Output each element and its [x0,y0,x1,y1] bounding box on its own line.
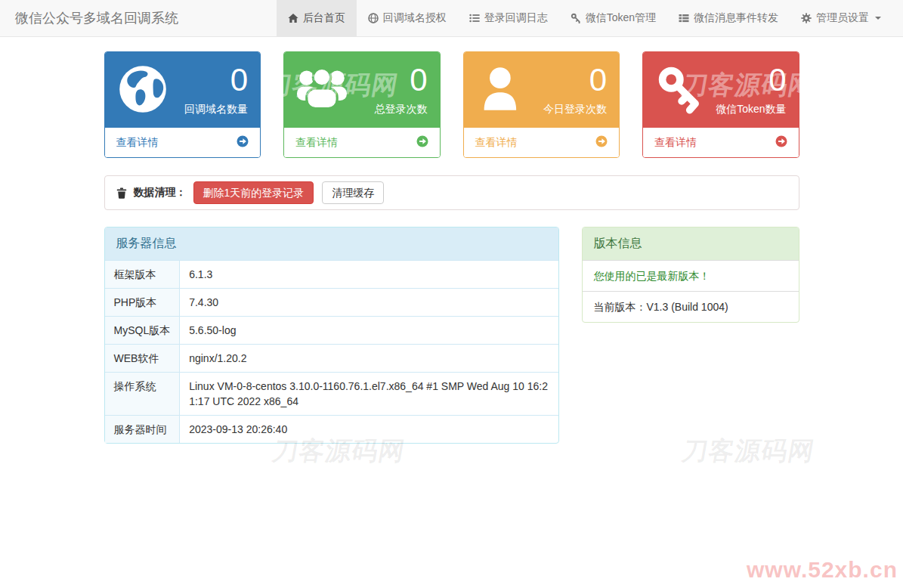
table-row: 框架版本 6.1.3 [105,261,558,289]
server-info-table: 框架版本 6.1.3 PHP版本 7.4.30 MySQL版本 5.6.50-l… [105,260,558,443]
stat-card-head: 0 今日登录次数 [464,52,620,128]
view-details-label: 查看详情 [475,136,518,150]
row-value: 5.6.50-log [180,317,558,345]
stat-card-domains: 0 回调域名数量 查看详情 [104,51,261,158]
view-details-label: 查看详情 [116,136,159,150]
stat-value: 0 [716,63,786,97]
row-label: PHP版本 [105,289,180,317]
app-title[interactable]: 微信公众号多域名回调系统 [0,0,190,36]
row-label: 服务器时间 [105,416,180,444]
version-status-text: 您使用的已是最新版本！ [583,260,799,291]
home-icon [288,13,298,23]
stat-label: 回调域名数量 [184,103,248,116]
gear-icon [801,13,812,23]
arrow-circle-right-icon [237,135,249,150]
stat-value: 0 [184,63,248,97]
row-label: WEB软件 [105,345,180,373]
view-details-link[interactable]: 查看详情 [284,128,440,157]
row-label: 操作系统 [105,373,180,416]
cleanup-label: 数据清理： [134,186,187,200]
clear-cache-button[interactable]: 清理缓存 [322,181,384,204]
data-cleanup-panel: 数据清理： 删除1天前的登录记录 清理缓存 [104,175,799,210]
stat-card-head: 0 回调域名数量 [105,52,261,128]
trash-icon [116,187,127,199]
delete-old-logins-button[interactable]: 删除1天前的登录记录 [193,181,314,204]
arrow-circle-right-icon [595,135,608,150]
watermark-url: www.52xb.cn [747,557,898,583]
row-value: 6.1.3 [180,261,558,289]
th-list-icon [679,13,689,23]
nav-item-admin-settings[interactable]: 管理员设置 [790,0,892,36]
row-value: Linux VM-0-8-centos 3.10.0-1160.76.1.el7… [180,373,558,416]
stat-label: 今日登录次数 [543,103,607,116]
nav-label: 微信Token管理 [586,11,656,25]
nav-item-domain-auth[interactable]: 回调域名授权 [357,0,458,36]
nav-label: 后台首页 [303,11,345,25]
stat-label: 总登录次数 [375,103,428,116]
stat-value: 0 [375,63,428,97]
stat-card-head: 0 微信Token数量 [643,52,799,128]
view-details-link[interactable]: 查看详情 [105,128,261,157]
view-details-label: 查看详情 [654,136,697,150]
arrow-circle-right-icon [416,135,428,150]
version-info-panel: 版本信息 您使用的已是最新版本！ 当前版本：V1.3 (Build 1004) [582,227,799,323]
nav-label: 登录回调日志 [484,11,548,25]
main-nav: 后台首页 回调域名授权 登录回调日志 微信Token管理 微信消息事件转发 [277,0,892,36]
view-details-link[interactable]: 查看详情 [464,128,620,157]
table-row: WEB软件 nginx/1.20.2 [105,345,558,373]
globe-icon [368,13,379,23]
nav-item-msg-forward[interactable]: 微信消息事件转发 [667,0,790,36]
caret-down-icon [875,17,881,20]
arrow-circle-right-icon [775,135,787,150]
row-value: nginx/1.20.2 [180,345,558,373]
table-row: 操作系统 Linux VM-0-8-centos 3.10.0-1160.76.… [105,373,558,416]
stat-card-total-logins: 0 总登录次数 查看详情 [283,51,441,158]
stat-label: 微信Token数量 [716,103,786,116]
server-info-panel: 服务器信息 框架版本 6.1.3 PHP版本 7.4.30 MySQL版本 5.… [104,227,559,444]
row-label: MySQL版本 [105,317,180,345]
table-row: MySQL版本 5.6.50-log [105,317,558,345]
globe-icon [117,63,169,117]
row-label: 框架版本 [105,261,180,289]
nav-label: 管理员设置 [816,11,869,25]
row-value: 2023-09-13 20:26:40 [180,416,558,444]
key-icon [655,63,707,117]
nav-item-dashboard[interactable]: 后台首页 [277,0,357,36]
version-info-title: 版本信息 [583,227,799,260]
stat-card-today-logins: 0 今日登录次数 查看详情 [463,51,620,158]
nav-label: 微信消息事件转发 [694,11,778,25]
stat-card-tokens: 0 微信Token数量 查看详情 [642,51,799,158]
row-value: 7.4.30 [180,289,558,317]
current-version-text: 当前版本：V1.3 (Build 1004) [583,291,799,322]
table-row: PHP版本 7.4.30 [105,289,558,317]
nav-label: 回调域名授权 [383,11,447,25]
stat-value: 0 [543,63,607,97]
top-navbar: 微信公众号多域名回调系统 后台首页 回调域名授权 登录回调日志 微信Token管… [0,0,903,37]
nav-item-login-log[interactable]: 登录回调日志 [458,0,559,36]
stat-card-head: 0 总登录次数 [284,52,440,128]
stat-cards-row: 0 回调域名数量 查看详情 0 总登录次数 [104,51,799,158]
table-row: 服务器时间 2023-09-13 20:26:40 [105,416,558,444]
key-icon [571,13,581,23]
user-icon [476,63,527,117]
view-details-label: 查看详情 [295,136,338,150]
nav-item-token-manage[interactable]: 微信Token管理 [559,0,667,36]
users-icon [296,63,348,117]
server-info-title: 服务器信息 [105,227,558,260]
view-details-link[interactable]: 查看详情 [643,128,799,157]
list-icon [469,13,480,23]
